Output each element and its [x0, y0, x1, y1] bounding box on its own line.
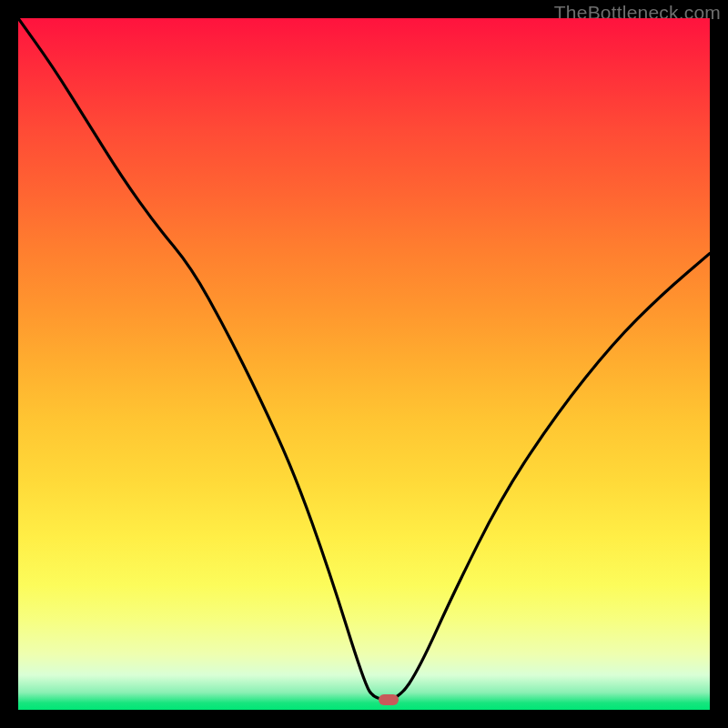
chart-frame: TheBottleneck.com: [0, 0, 728, 728]
bottleneck-marker: [379, 694, 399, 705]
plot-area: [18, 18, 710, 710]
bottleneck-curve: [18, 18, 710, 710]
